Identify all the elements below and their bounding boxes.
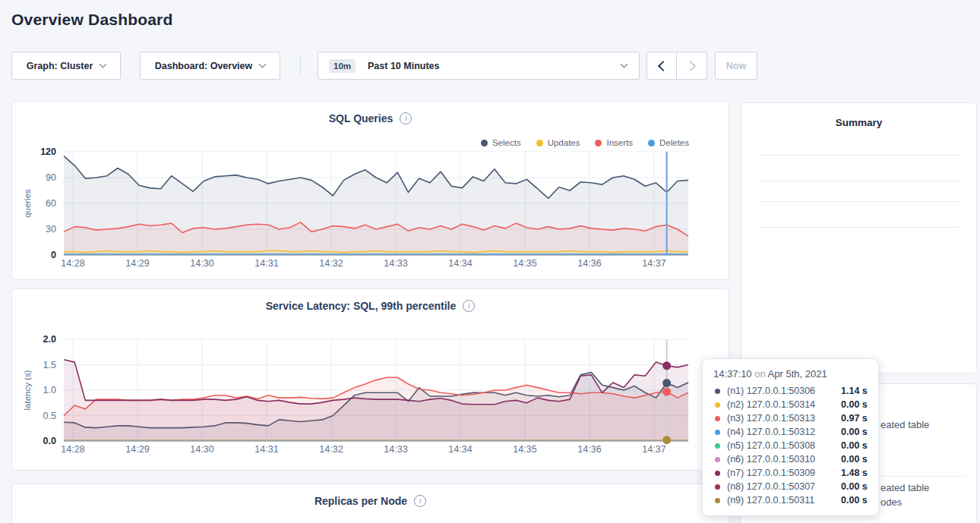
prev-timespan-button[interactable] (646, 52, 677, 80)
tooltip-node-row: (n1) 127.0.0.1:503061.14 s (713, 384, 868, 398)
svg-text:14:36: 14:36 (577, 258, 601, 269)
node-series-dot (715, 484, 720, 490)
time-step-buttons (646, 52, 707, 80)
page-title: Overview Dashboard (11, 11, 173, 29)
svg-text:14:32: 14:32 (319, 444, 343, 455)
replicas-chart-title: Replicas per Node (315, 495, 407, 507)
now-button-label: Now (726, 61, 746, 71)
svg-text:1.0: 1.0 (43, 385, 56, 395)
svg-text:30: 30 (46, 224, 56, 235)
tooltip-node-address: (n8) 127.0.0.1:50307 (727, 481, 841, 492)
summary-row (758, 135, 959, 155)
event-item-text[interactable]: eated table (880, 419, 929, 430)
node-series-dot (715, 430, 720, 435)
latency-chart-card: Service Latency: SQL, 99th percentile i … (11, 288, 729, 471)
svg-text:14:30: 14:30 (190, 444, 213, 455)
toolbar-divider (300, 54, 301, 77)
svg-text:1.5: 1.5 (43, 360, 56, 370)
node-series-dot (715, 457, 720, 462)
tooltip-node-row: (n6) 127.0.0.1:503100.00 s (713, 452, 868, 466)
svg-text:0.0: 0.0 (43, 436, 56, 446)
tooltip-node-address: (n4) 127.0.0.1:50312 (727, 427, 841, 437)
tooltip-node-row: (n2) 127.0.0.1:503140.00 s (713, 398, 868, 411)
summary-row (758, 181, 959, 201)
tooltip-node-latency: 0.97 s (841, 413, 868, 424)
svg-text:14:28: 14:28 (61, 258, 84, 269)
node-series-dot (715, 402, 720, 408)
svg-text:14:34: 14:34 (448, 444, 472, 455)
tooltip-node-row: (n9) 127.0.0.1:503110.00 s (713, 493, 868, 507)
tooltip-node-address: (n6) 127.0.0.1:50310 (727, 454, 841, 465)
chevron-down-icon (621, 61, 628, 68)
replicas-chart-card: Replicas per Node i (11, 484, 729, 523)
svg-text:14:34: 14:34 (448, 258, 472, 269)
tooltip-node-row: (n4) 127.0.0.1:503120.00 s (713, 425, 868, 439)
svg-text:14:33: 14:33 (384, 444, 407, 455)
dashboard-dropdown-label: Dashboard: Overview (155, 61, 253, 71)
tooltip-node-address: (n2) 127.0.0.1:50314 (727, 399, 841, 410)
svg-text:14:30: 14:30 (190, 258, 213, 269)
tooltip-node-row: (n8) 127.0.0.1:503070.00 s (713, 480, 868, 493)
tooltip-node-latency: 1.14 s (841, 386, 868, 396)
chart-hover-tooltip: 14:37:10 on Apr 5th, 2021 (n1) 127.0.0.1… (702, 358, 879, 516)
tooltip-node-latency: 0.00 s (841, 454, 868, 465)
next-timespan-button[interactable] (677, 52, 707, 80)
chevron-right-icon (684, 60, 695, 71)
svg-text:queries: queries (23, 189, 32, 218)
node-series-dot (715, 471, 720, 476)
time-range-badge: 10m (329, 59, 356, 73)
tooltip-node-row: (n5) 127.0.0.1:503080.00 s (713, 439, 868, 452)
chevron-down-icon (100, 61, 107, 68)
tooltip-node-address: (n7) 127.0.0.1:50309 (727, 468, 841, 478)
node-series-dot (715, 416, 720, 421)
sql-queries-chart[interactable]: 14:2814:2914:3014:3114:3214:3314:3414:35… (12, 102, 729, 279)
node-series-dot (715, 498, 720, 503)
svg-text:14:31: 14:31 (254, 444, 278, 455)
svg-text:14:31: 14:31 (254, 258, 278, 269)
tooltip-node-latency: 0.00 s (841, 399, 868, 410)
event-item-text[interactable]: odes (880, 496, 902, 508)
tooltip-node-latency: 1.48 s (841, 468, 868, 478)
tooltip-node-address: (n9) 127.0.0.1:50311 (727, 495, 841, 506)
svg-text:14:35: 14:35 (513, 258, 536, 269)
time-range-label: Past 10 Minutes (368, 61, 439, 71)
svg-text:14:36: 14:36 (577, 444, 601, 455)
svg-text:14:29: 14:29 (125, 258, 149, 269)
svg-text:14:37: 14:37 (642, 258, 665, 269)
event-divider (880, 476, 966, 477)
svg-text:latency (s): latency (s) (23, 370, 32, 410)
node-series-dot (715, 389, 720, 394)
tooltip-timestamp: 14:37:10 on Apr 5th, 2021 (713, 368, 868, 380)
svg-text:14:37: 14:37 (642, 444, 665, 455)
summary-panel: Summary (741, 102, 977, 373)
svg-text:14:32: 14:32 (319, 258, 343, 269)
graph-dropdown[interactable]: Graph: Cluster (11, 52, 121, 80)
svg-text:0.5: 0.5 (43, 411, 56, 421)
svg-text:14:35: 14:35 (513, 444, 536, 455)
latency-chart[interactable]: 14:2814:2914:3014:3114:3214:3314:3414:35… (12, 289, 729, 470)
tooltip-node-latency: 0.00 s (841, 440, 868, 451)
svg-text:0: 0 (51, 250, 56, 260)
event-item-text[interactable]: eated table (880, 482, 929, 493)
node-series-dot (715, 443, 720, 449)
svg-text:14:28: 14:28 (61, 444, 84, 455)
svg-text:60: 60 (46, 198, 56, 209)
info-icon[interactable]: i (414, 495, 426, 507)
svg-text:120: 120 (40, 147, 56, 157)
tooltip-node-address: (n5) 127.0.0.1:50308 (727, 440, 841, 451)
summary-row (758, 227, 959, 247)
summary-row (758, 201, 959, 227)
tooltip-node-latency: 0.00 s (841, 495, 868, 506)
summary-panel-title: Summary (741, 103, 976, 135)
sql-queries-chart-card: SQL Queries i SelectsUpdatesInsertsDelet… (11, 101, 729, 280)
tooltip-node-latency: 0.00 s (841, 481, 868, 492)
chevron-left-icon (658, 60, 669, 71)
tooltip-node-address: (n3) 127.0.0.1:50313 (727, 413, 841, 424)
now-button[interactable]: Now (715, 52, 757, 80)
dashboard-dropdown[interactable]: Dashboard: Overview (140, 52, 280, 80)
svg-text:14:33: 14:33 (384, 258, 407, 269)
graph-dropdown-label: Graph: Cluster (27, 61, 93, 71)
tooltip-node-latency: 0.00 s (841, 427, 868, 437)
tooltip-node-row: (n7) 127.0.0.1:503091.48 s (713, 466, 868, 480)
time-range-picker[interactable]: 10m Past 10 Minutes (318, 52, 640, 80)
